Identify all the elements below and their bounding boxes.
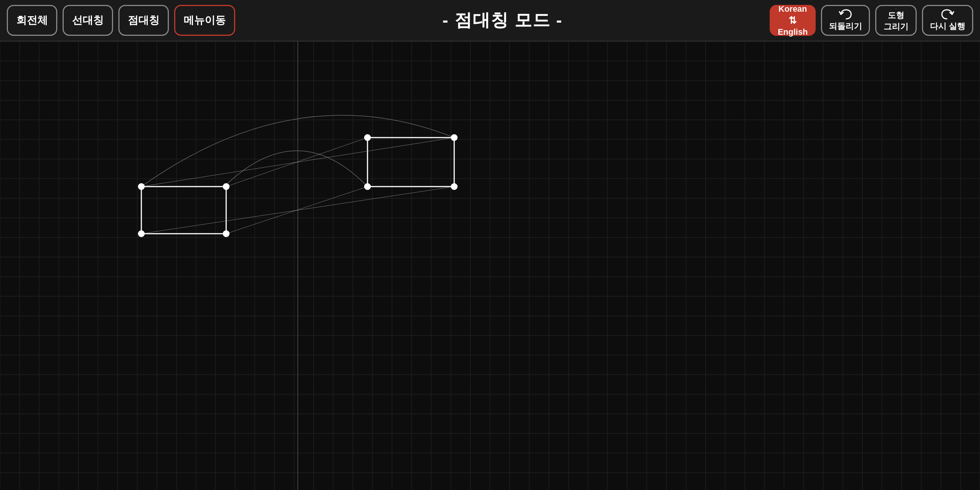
draw-shape-label: 도형그리기	[883, 10, 908, 32]
drawing-svg	[0, 41, 980, 490]
page-title: - 점대칭 모드 -	[442, 9, 563, 32]
language-btn[interactable]: Korean ⇅ English	[770, 5, 815, 36]
line-sym-btn[interactable]: 선대칭	[62, 5, 113, 36]
svg-point-13	[364, 134, 371, 141]
svg-point-11	[138, 230, 145, 237]
title-area: - 점대칭 모드 -	[240, 9, 764, 32]
svg-rect-3	[142, 186, 226, 234]
svg-line-7	[226, 138, 368, 186]
svg-point-14	[451, 134, 458, 141]
undo-btn[interactable]: 되돌리기	[821, 5, 870, 36]
undo-icon	[838, 9, 852, 20]
svg-rect-4	[368, 138, 454, 186]
svg-point-9	[138, 183, 145, 190]
lang-arrow-icon: ⇅	[789, 15, 797, 26]
lang-korean: Korean	[778, 4, 807, 14]
topbar: 회전체 선대칭 점대칭 메뉴이동 - 점대칭 모드 - Korean ⇅ Eng…	[0, 0, 980, 41]
point-sym-btn[interactable]: 점대칭	[118, 5, 169, 36]
rotate-btn[interactable]: 회전체	[7, 5, 57, 36]
undo-label: 되돌리기	[829, 21, 862, 32]
svg-point-15	[364, 183, 371, 190]
redo-icon	[941, 9, 955, 20]
svg-point-16	[451, 183, 458, 190]
svg-rect-0	[896, 9, 896, 9]
redo-btn[interactable]: 다시 실행	[922, 5, 973, 36]
draw-shape-icon	[889, 8, 903, 9]
menu-move-btn[interactable]: 메뉴이동	[174, 5, 235, 36]
svg-line-8	[226, 186, 368, 234]
draw-shape-btn[interactable]: 도형그리기	[875, 5, 917, 36]
svg-point-12	[223, 230, 229, 237]
redo-label: 다시 실행	[930, 21, 965, 32]
svg-point-10	[223, 183, 229, 190]
canvas-area[interactable]	[0, 41, 980, 490]
lang-english: English	[778, 27, 807, 37]
